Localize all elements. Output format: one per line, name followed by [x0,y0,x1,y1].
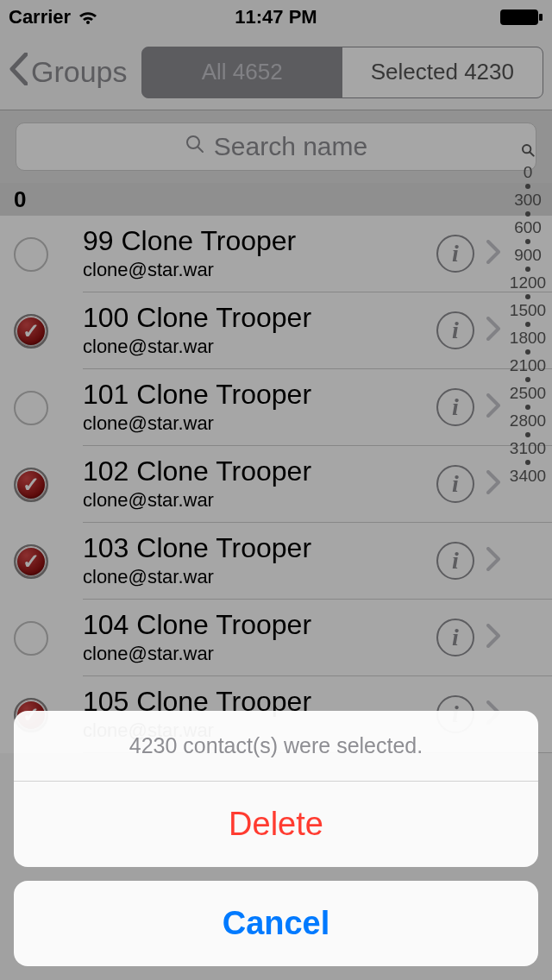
action-sheet: 4230 contact(s) were selected. Delete Ca… [14,711,538,966]
cancel-button[interactable]: Cancel [14,881,538,966]
action-sheet-main: 4230 contact(s) were selected. Delete [14,711,538,867]
action-sheet-cancel-group: Cancel [14,881,538,966]
delete-button[interactable]: Delete [14,782,538,867]
action-sheet-message: 4230 contact(s) were selected. [14,711,538,782]
